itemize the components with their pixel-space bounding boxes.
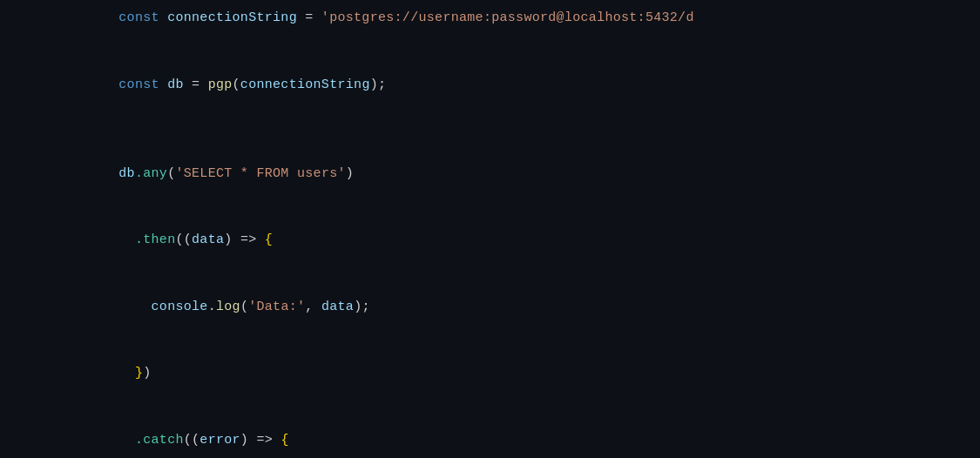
console-ref-log: console	[152, 300, 208, 314]
var-db: db	[167, 77, 184, 92]
fn-pgp-call: pgp	[208, 77, 233, 92]
string-connection: 'postgres://username:password@localhost:…	[321, 10, 694, 25]
line-console-log: console.log('Data:', data);	[71, 273, 910, 340]
arg-connection-string: connectionString	[240, 77, 370, 92]
code-block: // Example PostgreSQL connection using p…	[71, 0, 910, 458]
brace-close-then: }	[135, 366, 143, 381]
keyword-const-3: const	[118, 77, 167, 92]
string-select: 'SELECT * FROM users'	[175, 166, 345, 181]
line-connection-string: const connectionString = 'postgres://use…	[71, 0, 910, 51]
db-ref: db	[118, 166, 135, 181]
arrow-then: =>	[240, 232, 257, 247]
code-container: // Example PostgreSQL connection using p…	[29, 0, 952, 458]
arg-data: data	[321, 300, 354, 314]
line-then: .then((data) => {	[71, 207, 910, 274]
brace-open-then: {	[265, 232, 273, 247]
method-log: .log	[208, 300, 240, 314]
method-any: .any	[135, 166, 167, 181]
method-catch: .catch	[135, 433, 184, 448]
param-error: error	[199, 433, 240, 448]
line-then-close: })	[71, 340, 910, 407]
line-db: const db = pgp(connectionString);	[71, 51, 910, 118]
blank-line-1	[71, 118, 910, 141]
string-data-label: 'Data:'	[248, 300, 305, 314]
line-db-any: db.any('SELECT * FROM users')	[71, 140, 910, 207]
keyword-const-2: const	[118, 10, 167, 25]
method-then: .then	[135, 232, 176, 247]
var-connection-string: connectionString	[167, 10, 297, 25]
param-data: data	[192, 232, 224, 247]
brace-open-catch: {	[280, 433, 288, 448]
arrow-catch: =>	[256, 433, 273, 448]
line-catch: .catch((error) => {	[71, 407, 910, 458]
